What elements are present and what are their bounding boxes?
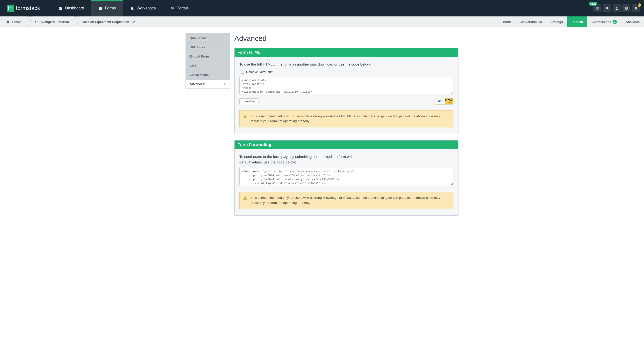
brand-logo-icon <box>7 5 14 12</box>
dashboard-icon <box>59 6 63 10</box>
new-badge: NEW <box>589 2 598 6</box>
svg-rect-1 <box>245 117 246 118</box>
subnav-tab-label: Publish <box>572 20 583 24</box>
warning-icon <box>243 196 247 200</box>
warning-icon <box>243 114 247 119</box>
sidebar-item-url-links[interactable]: URL Links <box>186 43 230 52</box>
topnav-tab-label: Forms <box>105 6 116 11</box>
forms-icon <box>6 20 10 24</box>
w3c-badge-right: XHTML 1.0 <box>445 98 453 104</box>
download-button[interactable]: Download <box>240 98 258 104</box>
breadcrumb-forms[interactable]: Forms <box>4 17 27 27</box>
user-icon[interactable] <box>612 4 621 12</box>
panel-heading: Form HTML <box>234 48 458 57</box>
subnav-tab-label: Conversion Kit <box>520 20 542 24</box>
sidebar-item-advanced[interactable]: Advanced <box>186 80 230 89</box>
topnav-right: NEW 11 <box>593 0 644 17</box>
panel-lead: To use the full HTML of the form on anot… <box>240 62 454 67</box>
sidebar-item-label: Social Media <box>190 73 209 77</box>
brand[interactable]: formstack <box>0 0 47 17</box>
sidebar-item-quick-start[interactable]: Quick Start <box>186 34 230 43</box>
submissions-count: 1 <box>612 20 617 24</box>
page-title: Advanced <box>234 34 458 43</box>
topnav-tabs: Dashboard Forms Workspace Portals <box>52 0 196 17</box>
notifications-icon[interactable]: 11 <box>632 4 640 12</box>
sidebar-item-cms[interactable]: CMS <box>186 61 230 70</box>
topnav-tab-label: Dashboard <box>65 6 84 11</box>
breadcrumb-separator <box>27 17 32 27</box>
page: Quick Start URL Links Embed Form CMS Soc… <box>181 33 463 222</box>
breadcrumb-form[interactable]: Mission Equipment Requisition <box>80 17 141 27</box>
breadcrumb-label: Mission Equipment Requisition <box>82 20 129 24</box>
panel-heading: Form Forwarding <box>234 141 458 149</box>
subnav-tab-analytics[interactable]: Analytics <box>621 17 644 27</box>
subnav-tab-label: Submissions <box>592 20 611 24</box>
panel-lead: To send users to the form page by submit… <box>240 154 365 165</box>
subnav-tab-settings[interactable]: Settings <box>546 17 567 27</box>
svg-rect-3 <box>245 199 246 199</box>
portals-icon <box>170 6 174 10</box>
chevron-right-icon <box>224 83 226 85</box>
w3c-badge-left: W3C <box>436 98 445 104</box>
sidebar-item-label: CMS <box>190 64 197 68</box>
publish-sidebar: Quick Start URL Links Embed Form CMS Soc… <box>186 33 230 89</box>
sidebar-item-label: URL Links <box>190 46 205 49</box>
panel-form-html: Form HTML To use the full HTML of the fo… <box>234 48 458 134</box>
topnav-tab-forms[interactable]: Forms <box>91 0 123 17</box>
subnav-tab-build[interactable]: Build <box>498 17 515 27</box>
w3c-xhtml-badge[interactable]: W3C XHTML 1.0 <box>436 98 454 105</box>
subnav-tab-label: Build <box>503 20 511 24</box>
topnav-tab-dashboard[interactable]: Dashboard <box>52 0 91 17</box>
workspace-icon <box>130 6 134 10</box>
folder-icon <box>35 20 39 24</box>
subnav-tab-submissions[interactable]: Submissions 1 <box>587 17 621 27</box>
svg-rect-0 <box>245 116 246 117</box>
subnav-tab-conversion[interactable]: Conversion Kit <box>515 17 546 27</box>
breadcrumb-separator <box>74 17 80 27</box>
sidebar-item-label: Advanced <box>190 82 204 86</box>
topnav-tab-label: Portals <box>176 6 189 11</box>
breadcrumb-label: Forms <box>12 20 22 24</box>
w3c-badge-right-bottom: 1.0 <box>447 101 450 104</box>
brand-name: formstack <box>16 5 40 11</box>
panel-form-forwarding: Form Forwarding To send users to the for… <box>234 140 458 216</box>
topnav-tab-workspace[interactable]: Workspace <box>123 0 163 17</box>
breadcrumb-folder[interactable]: Avengers - Internal <box>32 17 74 27</box>
topnav-tab-portals[interactable]: Portals <box>163 0 196 17</box>
forms-icon <box>98 6 102 10</box>
notifications-count: 11 <box>637 3 642 7</box>
sidebar-item-embed-form[interactable]: Embed Form <box>186 52 230 61</box>
remove-js-label: Remove JavaScript <box>246 70 274 74</box>
svg-rect-2 <box>245 197 246 199</box>
sidebar-item-label: Quick Start <box>190 36 206 40</box>
warning-text: This is recommended only for users with … <box>251 195 444 206</box>
edit-icon[interactable] <box>132 20 136 24</box>
content: Advanced Form HTML To use the full HTML … <box>234 33 458 222</box>
subnav-tab-label: Settings <box>550 20 563 24</box>
breadcrumb-label: Avengers - Internal <box>40 20 69 24</box>
top-navigation: formstack Dashboard Forms Workspace Port… <box>0 0 644 17</box>
warning-box: This is recommended only for users with … <box>240 192 454 209</box>
subnav-tabs: Build Conversion Kit Settings Publish Su… <box>498 17 644 27</box>
topnav-tab-label: Workspace <box>136 6 156 11</box>
remove-js-input[interactable] <box>241 70 244 74</box>
subnav: Forms Avengers - Internal Mission Equipm… <box>0 17 644 27</box>
form-forwarding-code[interactable] <box>240 168 454 185</box>
warning-box: This is recommended only for users with … <box>240 110 454 128</box>
sidebar-item-social-media[interactable]: Social Media <box>186 70 230 80</box>
remove-js-checkbox[interactable]: Remove JavaScript <box>241 70 454 74</box>
form-html-code[interactable] <box>240 77 454 94</box>
warning-text: This is recommended only for users with … <box>251 114 444 124</box>
sidebar-item-label: Embed Form <box>190 55 209 58</box>
docs-icon[interactable] <box>603 4 611 12</box>
subnav-tab-label: Analytics <box>626 20 640 24</box>
subnav-tab-publish[interactable]: Publish <box>567 17 587 27</box>
help-icon[interactable] <box>622 4 630 12</box>
